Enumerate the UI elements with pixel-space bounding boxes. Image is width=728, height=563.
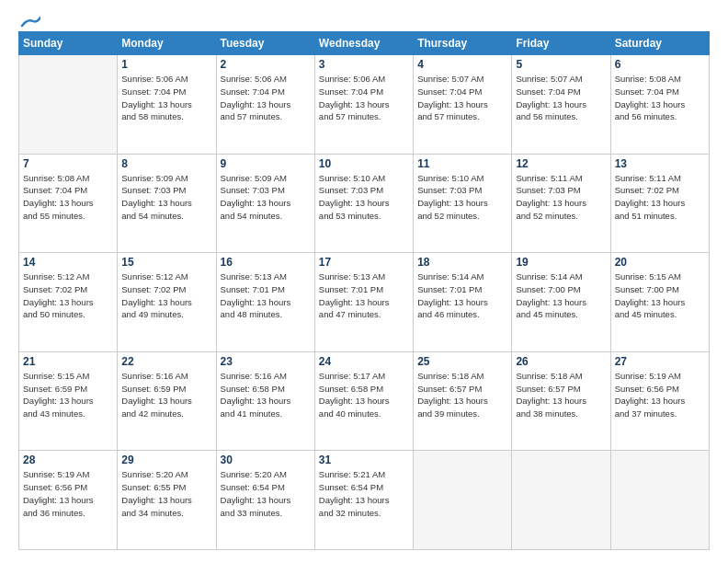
- day-info: Sunrise: 5:19 AM Sunset: 6:56 PM Dayligh…: [23, 468, 113, 519]
- calendar-cell: 8Sunrise: 5:09 AM Sunset: 7:03 PM Daylig…: [118, 154, 216, 253]
- day-info: Sunrise: 5:06 AM Sunset: 7:04 PM Dayligh…: [121, 73, 211, 123]
- calendar-cell: 31Sunrise: 5:21 AM Sunset: 6:54 PM Dayli…: [314, 451, 413, 550]
- calendar-cell: 17Sunrise: 5:13 AM Sunset: 7:01 PM Dayli…: [314, 253, 413, 352]
- calendar-week-row: 28Sunrise: 5:19 AM Sunset: 6:56 PM Dayli…: [19, 451, 710, 550]
- weekday-header-wednesday: Wednesday: [314, 32, 413, 55]
- calendar-cell: [414, 451, 512, 550]
- day-number: 26: [516, 355, 606, 368]
- day-info: Sunrise: 5:12 AM Sunset: 7:02 PM Dayligh…: [23, 270, 113, 321]
- day-info: Sunrise: 5:08 AM Sunset: 7:04 PM Dayligh…: [615, 73, 705, 123]
- day-info: Sunrise: 5:13 AM Sunset: 7:01 PM Dayligh…: [221, 270, 311, 321]
- day-info: Sunrise: 5:20 AM Sunset: 6:54 PM Dayligh…: [221, 468, 311, 519]
- calendar-cell: 10Sunrise: 5:10 AM Sunset: 7:03 PM Dayli…: [314, 154, 413, 253]
- weekday-header-tuesday: Tuesday: [216, 32, 314, 55]
- day-number: 2: [221, 58, 311, 71]
- calendar-cell: 11Sunrise: 5:10 AM Sunset: 7:03 PM Dayli…: [414, 154, 512, 253]
- day-info: Sunrise: 5:10 AM Sunset: 7:03 PM Dayligh…: [319, 172, 409, 223]
- day-info: Sunrise: 5:14 AM Sunset: 7:01 PM Dayligh…: [417, 270, 507, 321]
- day-info: Sunrise: 5:13 AM Sunset: 7:01 PM Dayligh…: [319, 270, 409, 321]
- calendar-cell: 24Sunrise: 5:17 AM Sunset: 6:58 PM Dayli…: [314, 351, 413, 451]
- day-number: 31: [319, 454, 409, 466]
- day-info: Sunrise: 5:07 AM Sunset: 7:04 PM Dayligh…: [516, 73, 606, 123]
- day-number: 7: [23, 157, 113, 170]
- day-number: 6: [615, 58, 705, 71]
- day-number: 11: [417, 157, 507, 170]
- calendar-cell: 18Sunrise: 5:14 AM Sunset: 7:01 PM Dayli…: [414, 253, 512, 352]
- day-number: 5: [516, 58, 606, 71]
- day-info: Sunrise: 5:12 AM Sunset: 7:02 PM Dayligh…: [121, 270, 211, 321]
- calendar-cell: 26Sunrise: 5:18 AM Sunset: 6:57 PM Dayli…: [512, 351, 610, 451]
- calendar-cell: 7Sunrise: 5:08 AM Sunset: 7:04 PM Daylig…: [19, 154, 118, 253]
- day-info: Sunrise: 5:07 AM Sunset: 7:04 PM Dayligh…: [417, 73, 507, 123]
- header: [18, 17, 710, 24]
- calendar-cell: 13Sunrise: 5:11 AM Sunset: 7:02 PM Dayli…: [610, 154, 709, 253]
- calendar-cell: 15Sunrise: 5:12 AM Sunset: 7:02 PM Dayli…: [118, 253, 216, 352]
- day-number: 30: [221, 454, 311, 466]
- day-number: 4: [417, 58, 507, 71]
- day-info: Sunrise: 5:16 AM Sunset: 6:59 PM Dayligh…: [121, 370, 211, 420]
- day-number: 1: [121, 58, 211, 71]
- calendar-cell: [512, 451, 610, 550]
- day-info: Sunrise: 5:18 AM Sunset: 6:57 PM Dayligh…: [417, 370, 507, 420]
- day-info: Sunrise: 5:15 AM Sunset: 6:59 PM Dayligh…: [23, 370, 113, 420]
- calendar-table: SundayMondayTuesdayWednesdayThursdayFrid…: [18, 31, 710, 550]
- day-info: Sunrise: 5:20 AM Sunset: 6:55 PM Dayligh…: [121, 468, 211, 519]
- page: SundayMondayTuesdayWednesdayThursdayFrid…: [0, 0, 728, 563]
- day-number: 17: [319, 256, 409, 269]
- calendar-cell: 1Sunrise: 5:06 AM Sunset: 7:04 PM Daylig…: [118, 55, 216, 155]
- day-number: 9: [221, 157, 311, 170]
- day-number: 28: [23, 454, 113, 466]
- day-info: Sunrise: 5:08 AM Sunset: 7:04 PM Dayligh…: [23, 172, 113, 223]
- day-number: 12: [516, 157, 606, 170]
- day-number: 15: [121, 256, 211, 269]
- day-info: Sunrise: 5:18 AM Sunset: 6:57 PM Dayligh…: [516, 370, 606, 420]
- weekday-header-sunday: Sunday: [19, 32, 118, 55]
- day-number: 13: [615, 157, 705, 170]
- day-info: Sunrise: 5:14 AM Sunset: 7:00 PM Dayligh…: [516, 270, 606, 321]
- calendar-cell: 5Sunrise: 5:07 AM Sunset: 7:04 PM Daylig…: [512, 55, 610, 155]
- day-info: Sunrise: 5:06 AM Sunset: 7:04 PM Dayligh…: [319, 73, 409, 123]
- day-info: Sunrise: 5:11 AM Sunset: 7:03 PM Dayligh…: [516, 172, 606, 223]
- day-info: Sunrise: 5:09 AM Sunset: 7:03 PM Dayligh…: [221, 172, 311, 223]
- weekday-header-row: SundayMondayTuesdayWednesdayThursdayFrid…: [19, 32, 710, 55]
- calendar-cell: 20Sunrise: 5:15 AM Sunset: 7:00 PM Dayli…: [610, 253, 709, 352]
- day-number: 22: [121, 355, 211, 368]
- day-info: Sunrise: 5:17 AM Sunset: 6:58 PM Dayligh…: [319, 370, 409, 420]
- calendar-cell: 2Sunrise: 5:06 AM Sunset: 7:04 PM Daylig…: [216, 55, 314, 155]
- calendar-cell: 30Sunrise: 5:20 AM Sunset: 6:54 PM Dayli…: [216, 451, 314, 550]
- day-number: 3: [319, 58, 409, 71]
- day-info: Sunrise: 5:09 AM Sunset: 7:03 PM Dayligh…: [121, 172, 211, 223]
- logo-bird-icon: [20, 17, 40, 28]
- calendar-cell: 22Sunrise: 5:16 AM Sunset: 6:59 PM Dayli…: [118, 351, 216, 451]
- day-number: 10: [319, 157, 409, 170]
- calendar-cell: 12Sunrise: 5:11 AM Sunset: 7:03 PM Dayli…: [512, 154, 610, 253]
- day-number: 23: [221, 355, 311, 368]
- calendar-cell: 3Sunrise: 5:06 AM Sunset: 7:04 PM Daylig…: [314, 55, 413, 155]
- day-info: Sunrise: 5:16 AM Sunset: 6:58 PM Dayligh…: [221, 370, 311, 420]
- day-number: 25: [417, 355, 507, 368]
- day-number: 19: [516, 256, 606, 269]
- day-number: 16: [221, 256, 311, 269]
- day-number: 20: [615, 256, 705, 269]
- weekday-header-friday: Friday: [512, 32, 610, 55]
- calendar-week-row: 14Sunrise: 5:12 AM Sunset: 7:02 PM Dayli…: [19, 253, 710, 352]
- day-info: Sunrise: 5:11 AM Sunset: 7:02 PM Dayligh…: [615, 172, 705, 223]
- calendar-cell: [19, 55, 118, 155]
- calendar-cell: 14Sunrise: 5:12 AM Sunset: 7:02 PM Dayli…: [19, 253, 118, 352]
- calendar-week-row: 7Sunrise: 5:08 AM Sunset: 7:04 PM Daylig…: [19, 154, 710, 253]
- weekday-header-saturday: Saturday: [610, 32, 709, 55]
- calendar-cell: 29Sunrise: 5:20 AM Sunset: 6:55 PM Dayli…: [118, 451, 216, 550]
- calendar-cell: 16Sunrise: 5:13 AM Sunset: 7:01 PM Dayli…: [216, 253, 314, 352]
- logo: [18, 17, 40, 24]
- calendar-cell: 19Sunrise: 5:14 AM Sunset: 7:00 PM Dayli…: [512, 253, 610, 352]
- calendar-cell: 9Sunrise: 5:09 AM Sunset: 7:03 PM Daylig…: [216, 154, 314, 253]
- day-number: 29: [121, 454, 211, 466]
- calendar-cell: 23Sunrise: 5:16 AM Sunset: 6:58 PM Dayli…: [216, 351, 314, 451]
- calendar-cell: 4Sunrise: 5:07 AM Sunset: 7:04 PM Daylig…: [414, 55, 512, 155]
- day-info: Sunrise: 5:19 AM Sunset: 6:56 PM Dayligh…: [615, 370, 705, 420]
- day-info: Sunrise: 5:15 AM Sunset: 7:00 PM Dayligh…: [615, 270, 705, 321]
- calendar-cell: [610, 451, 709, 550]
- calendar-cell: 21Sunrise: 5:15 AM Sunset: 6:59 PM Dayli…: [19, 351, 118, 451]
- day-number: 27: [615, 355, 705, 368]
- weekday-header-monday: Monday: [118, 32, 216, 55]
